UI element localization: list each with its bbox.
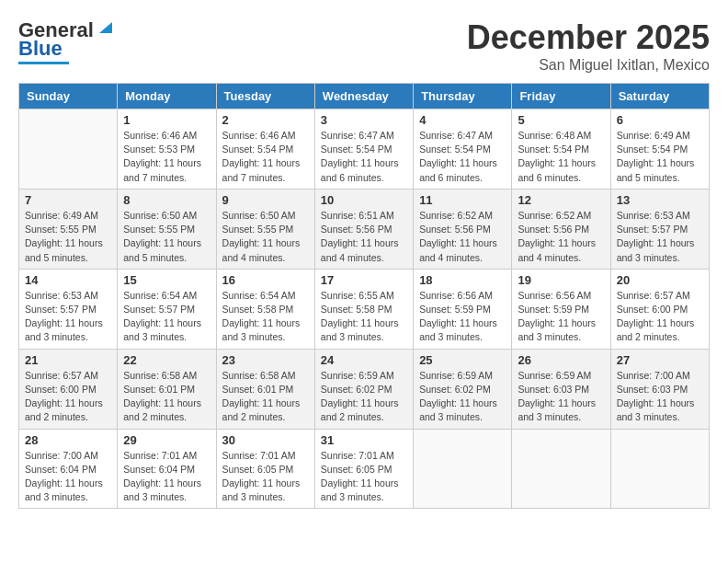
calendar-cell: [19, 109, 118, 190]
calendar-cell: 22Sunrise: 6:58 AM Sunset: 6:01 PM Dayli…: [118, 349, 216, 429]
calendar-cell: 26Sunrise: 6:59 AM Sunset: 6:03 PM Dayli…: [512, 349, 610, 429]
calendar-cell: 7Sunrise: 6:49 AM Sunset: 5:55 PM Daylig…: [19, 189, 118, 269]
day-info: Sunrise: 6:46 AM Sunset: 5:54 PM Dayligh…: [222, 129, 309, 185]
calendar-cell: 20Sunrise: 6:57 AM Sunset: 6:00 PM Dayli…: [610, 269, 709, 349]
calendar-cell: 27Sunrise: 7:00 AM Sunset: 6:03 PM Dayli…: [610, 349, 709, 429]
day-info: Sunrise: 6:47 AM Sunset: 5:54 PM Dayligh…: [321, 129, 407, 185]
calendar-week-4: 21Sunrise: 6:57 AM Sunset: 6:00 PM Dayli…: [19, 349, 710, 429]
day-info: Sunrise: 6:46 AM Sunset: 5:53 PM Dayligh…: [123, 129, 210, 185]
calendar-cell: [414, 429, 512, 509]
calendar-header-row: SundayMondayTuesdayWednesdayThursdayFrid…: [19, 84, 710, 109]
day-info: Sunrise: 7:01 AM Sunset: 6:04 PM Dayligh…: [123, 449, 210, 505]
day-number: 7: [25, 193, 111, 207]
day-info: Sunrise: 6:59 AM Sunset: 6:03 PM Dayligh…: [518, 369, 604, 425]
calendar-week-3: 14Sunrise: 6:53 AM Sunset: 5:57 PM Dayli…: [19, 269, 710, 349]
day-info: Sunrise: 6:49 AM Sunset: 5:54 PM Dayligh…: [617, 129, 703, 185]
calendar-week-5: 28Sunrise: 7:00 AM Sunset: 6:04 PM Dayli…: [19, 429, 710, 509]
day-info: Sunrise: 7:00 AM Sunset: 6:04 PM Dayligh…: [25, 449, 111, 505]
day-number: 5: [518, 113, 604, 127]
calendar-cell: 4Sunrise: 6:47 AM Sunset: 5:54 PM Daylig…: [414, 109, 512, 190]
calendar-cell: 12Sunrise: 6:52 AM Sunset: 5:56 PM Dayli…: [512, 189, 610, 269]
calendar-cell: 31Sunrise: 7:01 AM Sunset: 6:05 PM Dayli…: [314, 429, 413, 509]
day-number: 22: [123, 353, 210, 367]
day-number: 8: [123, 193, 210, 207]
day-info: Sunrise: 7:01 AM Sunset: 6:05 PM Dayligh…: [321, 449, 407, 505]
calendar-cell: 3Sunrise: 6:47 AM Sunset: 5:54 PM Daylig…: [314, 109, 413, 190]
calendar-cell: 6Sunrise: 6:49 AM Sunset: 5:54 PM Daylig…: [610, 109, 709, 190]
day-info: Sunrise: 7:01 AM Sunset: 6:05 PM Dayligh…: [222, 449, 309, 505]
day-info: Sunrise: 6:56 AM Sunset: 5:59 PM Dayligh…: [419, 289, 506, 345]
calendar-cell: 25Sunrise: 6:59 AM Sunset: 6:02 PM Dayli…: [414, 349, 512, 429]
day-info: Sunrise: 7:00 AM Sunset: 6:03 PM Dayligh…: [617, 369, 703, 425]
day-number: 4: [419, 113, 506, 127]
calendar-cell: 2Sunrise: 6:46 AM Sunset: 5:54 PM Daylig…: [216, 109, 314, 190]
page-header: General Blue December 2025 San Miguel Ix…: [18, 18, 710, 74]
day-number: 2: [222, 113, 309, 127]
day-number: 6: [617, 113, 703, 127]
calendar-cell: 10Sunrise: 6:51 AM Sunset: 5:56 PM Dayli…: [314, 189, 413, 269]
day-number: 29: [123, 433, 210, 447]
calendar-cell: 23Sunrise: 6:58 AM Sunset: 6:01 PM Dayli…: [216, 349, 314, 429]
calendar-cell: 15Sunrise: 6:54 AM Sunset: 5:57 PM Dayli…: [118, 269, 216, 349]
day-info: Sunrise: 6:56 AM Sunset: 5:59 PM Dayligh…: [518, 289, 604, 345]
month-title: December 2025: [467, 18, 710, 57]
day-number: 28: [25, 433, 111, 447]
calendar-cell: 1Sunrise: 6:46 AM Sunset: 5:53 PM Daylig…: [118, 109, 216, 190]
day-number: 10: [321, 193, 407, 207]
day-number: 13: [617, 193, 703, 207]
calendar-cell: [610, 429, 709, 509]
calendar-week-2: 7Sunrise: 6:49 AM Sunset: 5:55 PM Daylig…: [19, 189, 710, 269]
calendar-cell: 21Sunrise: 6:57 AM Sunset: 6:00 PM Dayli…: [19, 349, 118, 429]
day-info: Sunrise: 6:55 AM Sunset: 5:58 PM Dayligh…: [321, 289, 407, 345]
weekday-header-sunday: Sunday: [19, 84, 118, 109]
weekday-header-saturday: Saturday: [610, 84, 709, 109]
day-number: 23: [222, 353, 309, 367]
logo: General Blue: [18, 18, 116, 64]
day-info: Sunrise: 6:48 AM Sunset: 5:54 PM Dayligh…: [518, 129, 604, 185]
day-number: 30: [222, 433, 309, 447]
day-number: 14: [25, 273, 111, 287]
title-area: December 2025 San Miguel Ixitlan, Mexico: [467, 18, 710, 74]
logo-blue-text: Blue: [18, 37, 63, 61]
day-number: 9: [222, 193, 309, 207]
calendar-week-1: 1Sunrise: 6:46 AM Sunset: 5:53 PM Daylig…: [19, 109, 710, 190]
day-info: Sunrise: 6:57 AM Sunset: 6:00 PM Dayligh…: [25, 369, 111, 425]
calendar-cell: 9Sunrise: 6:50 AM Sunset: 5:55 PM Daylig…: [216, 189, 314, 269]
calendar-cell: 5Sunrise: 6:48 AM Sunset: 5:54 PM Daylig…: [512, 109, 610, 190]
calendar-cell: 29Sunrise: 7:01 AM Sunset: 6:04 PM Dayli…: [118, 429, 216, 509]
calendar-cell: 14Sunrise: 6:53 AM Sunset: 5:57 PM Dayli…: [19, 269, 118, 349]
day-number: 24: [321, 353, 407, 367]
calendar-cell: 28Sunrise: 7:00 AM Sunset: 6:04 PM Dayli…: [19, 429, 118, 509]
day-number: 15: [123, 273, 210, 287]
day-info: Sunrise: 6:50 AM Sunset: 5:55 PM Dayligh…: [222, 209, 309, 265]
day-info: Sunrise: 6:52 AM Sunset: 5:56 PM Dayligh…: [419, 209, 506, 265]
day-number: 16: [222, 273, 309, 287]
day-number: 3: [321, 113, 407, 127]
day-number: 27: [617, 353, 703, 367]
day-info: Sunrise: 6:54 AM Sunset: 5:58 PM Dayligh…: [222, 289, 309, 345]
calendar-cell: 16Sunrise: 6:54 AM Sunset: 5:58 PM Dayli…: [216, 269, 314, 349]
day-number: 11: [419, 193, 506, 207]
day-number: 31: [321, 433, 407, 447]
day-number: 20: [617, 273, 703, 287]
logo-arrow-icon: [96, 17, 116, 37]
calendar-cell: [512, 429, 610, 509]
day-info: Sunrise: 6:59 AM Sunset: 6:02 PM Dayligh…: [419, 369, 506, 425]
day-info: Sunrise: 6:53 AM Sunset: 5:57 PM Dayligh…: [617, 209, 703, 265]
day-info: Sunrise: 6:51 AM Sunset: 5:56 PM Dayligh…: [321, 209, 407, 265]
calendar-cell: 17Sunrise: 6:55 AM Sunset: 5:58 PM Dayli…: [314, 269, 413, 349]
day-number: 25: [419, 353, 506, 367]
day-number: 17: [321, 273, 407, 287]
calendar-cell: 19Sunrise: 6:56 AM Sunset: 5:59 PM Dayli…: [512, 269, 610, 349]
day-info: Sunrise: 6:47 AM Sunset: 5:54 PM Dayligh…: [419, 129, 506, 185]
calendar-cell: 11Sunrise: 6:52 AM Sunset: 5:56 PM Dayli…: [414, 189, 512, 269]
weekday-header-thursday: Thursday: [414, 84, 512, 109]
day-number: 1: [123, 113, 210, 127]
calendar-cell: 24Sunrise: 6:59 AM Sunset: 6:02 PM Dayli…: [314, 349, 413, 429]
weekday-header-wednesday: Wednesday: [314, 84, 413, 109]
day-info: Sunrise: 6:57 AM Sunset: 6:00 PM Dayligh…: [617, 289, 703, 345]
day-info: Sunrise: 6:54 AM Sunset: 5:57 PM Dayligh…: [123, 289, 210, 345]
day-info: Sunrise: 6:59 AM Sunset: 6:02 PM Dayligh…: [321, 369, 407, 425]
svg-marker-0: [99, 22, 112, 33]
calendar-cell: 13Sunrise: 6:53 AM Sunset: 5:57 PM Dayli…: [610, 189, 709, 269]
